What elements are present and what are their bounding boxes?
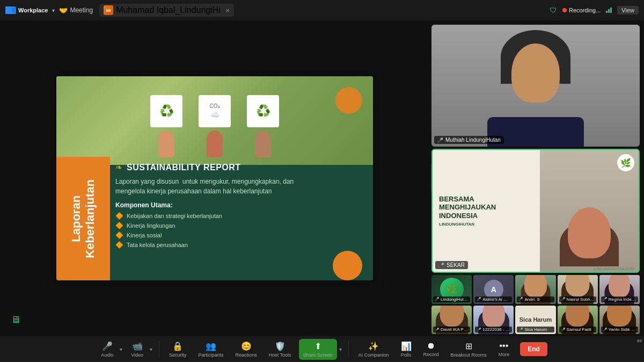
thumb-mic-2: 🎤 <box>477 297 481 301</box>
slide-title: SUSTAINABILITY REPORT <box>127 163 241 172</box>
thumbnails-area: 🌿 🎤 LindungiHutan Ac... A 🎤 Aldino's Al … <box>431 275 640 334</box>
more-button[interactable]: ••• More <box>494 339 514 359</box>
share-screen-group: ⬆ Share Screen ▾ <box>299 339 343 360</box>
polls-icon: 📊 <box>401 341 412 351</box>
meeting-icon: 🤝 <box>59 6 68 15</box>
speaker2-bg: BERSAMA MENGHIJAUKAN INDONESIA LINDUNGIH… <box>433 150 639 272</box>
thumb-regina[interactable]: 🎤 Regina Inderadi... <box>599 275 640 304</box>
screen-share-icon: 🖥 <box>11 314 20 325</box>
thumb-name-8: 🎤 Sica Harum <box>517 327 554 332</box>
video-button[interactable]: 📹 Video <box>127 339 148 360</box>
video-icon: 📹 <box>132 341 143 351</box>
rec-dot <box>562 8 567 12</box>
host-tools-label: Host Tools <box>269 352 291 358</box>
slide-container: ♻️ CO₂☁️ ♻️ <box>56 76 373 280</box>
participants-count: 84 <box>637 338 642 343</box>
thumb-mic-7: 🎤 <box>477 328 481 332</box>
record-icon: ⏺ <box>427 341 435 351</box>
thumb-name-7: 🎤 12222036 - Laili P... <box>475 327 512 332</box>
share-chevron[interactable]: ▾ <box>338 346 343 352</box>
more-group: ••• More <box>494 339 514 359</box>
thumb-mic-5: 🎤 <box>603 297 608 301</box>
share-screen-label: Share Screen <box>303 352 333 358</box>
topbar-right: 🛡 Recording... View <box>550 6 639 15</box>
speaker1-name-label: 🎤 Muthiah LindungiHutan <box>434 136 504 144</box>
thumb-nasrul[interactable]: 🎤 Nasrul Subhan <box>558 275 598 304</box>
thumb-name-4: 🎤 Nasrul Subhan <box>559 296 596 302</box>
audio-button[interactable]: 🎤 Audio <box>97 339 118 360</box>
close-chip-icon[interactable]: ✕ <box>225 8 230 13</box>
orange-circle-top-right <box>335 87 362 114</box>
video-label: Video <box>131 352 143 358</box>
audio-group: 🎤 Audio ▾ <box>97 339 123 360</box>
ai-companion-label: AI Companion <box>358 352 389 358</box>
speaker2-mic-icon: 🎤 <box>438 263 444 268</box>
participant-chip[interactable]: MI Muhamad Iqbal_LindungiHi ✕ <box>99 4 234 17</box>
thumb-mic-1: 🎤 <box>435 297 440 301</box>
speaker2-name-label: 🎤 SEKAR <box>435 261 468 269</box>
thumb-david[interactable]: 🎤 David IKA PPM <box>431 306 472 335</box>
thumb-name-1: 🎤 LindungiHutan Ac... <box>433 296 470 302</box>
ai-companion-button[interactable]: ✨ AI Companion <box>354 339 393 360</box>
lindungihutan-small-label: LINDUNGIHUTAN <box>439 222 474 227</box>
thumb-mic-3: 🎤 <box>518 297 523 301</box>
audio-icon: 🎤 <box>102 341 113 351</box>
audio-label: Audio <box>101 352 113 358</box>
view-button[interactable]: View <box>617 6 639 15</box>
audio-chevron[interactable]: ▾ <box>119 346 123 352</box>
more-icon: ••• <box>499 341 508 351</box>
thumb-mic-6: 🎤 <box>435 328 440 332</box>
thumb-mic-4: 🎤 <box>561 297 566 301</box>
breakout-rooms-label: Breakout Rooms <box>451 352 487 358</box>
main-content: ♻️ CO₂☁️ ♻️ <box>0 20 644 336</box>
breakout-rooms-icon: ⊞ <box>465 341 472 351</box>
slide-main-content: ❧ SUSTAINABILITY REPORT Laporan yang dis… <box>115 162 368 275</box>
thumb-name-5: 🎤 Regina Inderadi... <box>601 296 638 302</box>
thumb-mic-10: 🎤 <box>603 328 608 332</box>
breakout-group: ⊞ Breakout Rooms <box>447 339 491 360</box>
video-chevron[interactable]: ▾ <box>149 346 153 352</box>
slide-description: Laporan yang disusun untuk mengukur, men… <box>115 177 368 196</box>
record-group: ⏺ Record <box>419 339 443 359</box>
bullet-1: 🔶 Kebijakan dan strategi keberlanjutan <box>115 212 368 220</box>
thumb-laili[interactable]: 🎤 12222036 - Laili P... <box>473 306 514 335</box>
share-screen-button[interactable]: ⬆ Share Screen <box>299 339 337 360</box>
record-button[interactable]: ⏺ Record <box>419 339 443 359</box>
host-tools-button[interactable]: 🛡️ Host Tools <box>265 339 296 360</box>
ai-companion-group: ✨ AI Companion <box>354 339 393 360</box>
bullet-icon-3: 🔶 <box>115 231 123 239</box>
thumb-yanto[interactable]: 🎤 Yanto Sidik Pratik... <box>599 306 640 335</box>
reactions-button[interactable]: 😊 Reactions <box>231 339 261 360</box>
more-label: More <box>499 352 510 357</box>
breakout-rooms-button[interactable]: ⊞ Breakout Rooms <box>447 339 491 360</box>
ai-companion-icon: ✨ <box>368 341 379 351</box>
security-shield-icon: 🛡 <box>550 6 557 15</box>
video-group: 📹 Video ▾ <box>127 339 153 360</box>
bullet-icon-4: 🔶 <box>115 241 123 249</box>
signal-bar-2 <box>608 9 610 13</box>
participants-button[interactable]: 👥 Participants 84 <box>194 339 228 360</box>
speaker1-video: 🎤 Muthiah LindungiHutan <box>431 25 640 147</box>
recording-badge: Recording... <box>562 7 601 13</box>
thumb-sica[interactable]: Sica Harum 🎤 Sica Harum <box>515 306 555 335</box>
speaker1-mic-icon: 🎤 <box>437 137 443 143</box>
thumb-samsul[interactable]: 🎤 Samsul Fadli <box>558 306 598 335</box>
thumb-lindungihutan[interactable]: 🌿 🎤 LindungiHutan Ac... <box>431 275 472 304</box>
end-button[interactable]: End <box>520 342 547 356</box>
polls-button[interactable]: 📊 Polls <box>397 339 416 360</box>
bullet-3: 🔶 Kinerja sosial <box>115 231 368 239</box>
polls-label: Polls <box>401 352 412 358</box>
thumb-mic-9: 🎤 <box>561 328 566 332</box>
thumb-name-3: 🎤 Andri. S <box>517 296 554 302</box>
thumb-aldino[interactable]: A 🎤 Aldino's Al Notet... <box>473 275 514 304</box>
thumb-andri[interactable]: 🎤 Andri. S <box>515 275 555 304</box>
video-area: 🎤 Muthiah LindungiHutan BERSAMA MENGHIJA… <box>429 20 644 336</box>
thumb-mic-8: 🎤 <box>518 328 523 332</box>
security-button[interactable]: 🔒 Security <box>165 339 191 360</box>
meeting-label: 🤝 Meeting <box>59 6 93 15</box>
thumb-name-6: 🎤 David IKA PPM <box>433 327 470 332</box>
signal-bar-1 <box>606 11 608 13</box>
presentation-area: ♻️ CO₂☁️ ♻️ <box>0 20 429 336</box>
signal-bar-3 <box>610 8 612 13</box>
topbar-chevron[interactable]: ▾ <box>52 8 55 13</box>
